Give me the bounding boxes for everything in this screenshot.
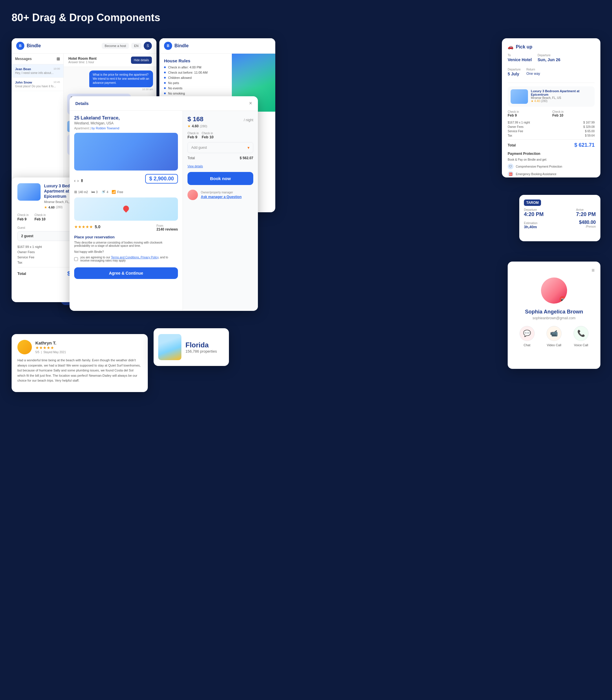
per-person-label: /Person <box>579 225 596 228</box>
agree-continue-button[interactable]: Agree & Continue <box>74 267 178 279</box>
terms-link[interactable]: Terms and Conditions, Privacy Policy <box>111 256 158 259</box>
total-label: Total <box>17 271 26 276</box>
rating-from-row: ★★★★★ 5.0 From 2140 reviews <box>74 224 178 231</box>
pets-rule: No pets <box>164 81 227 85</box>
review-text: Had a wonderful time being at the beach … <box>17 358 142 383</box>
video-call-action[interactable]: 📹 Video Call <box>546 326 561 347</box>
pickup-stars: ★ 4.40 (280) <box>531 99 592 103</box>
hr-brand: Bindle <box>175 43 189 49</box>
ask-manager-link[interactable]: Ask manager a Question <box>201 195 242 199</box>
hide-details-btn[interactable]: Hide details <box>131 56 152 64</box>
modal-close-button[interactable]: × <box>249 100 252 106</box>
chat-action-icon: 💬 <box>519 326 534 341</box>
florida-card[interactable]: Florida 156,786 properties <box>154 328 229 366</box>
flight-times-row: Departure 4:20 PM Arrive 7:20 PM <box>524 208 596 217</box>
become-host-btn[interactable]: Become a host <box>102 43 129 49</box>
to-label: To <box>508 54 532 57</box>
header-actions: Become a host EN S <box>102 42 152 50</box>
feature-size: ⊞ 140 m2 <box>74 190 88 194</box>
stars-icon: ★ <box>44 205 47 210</box>
camera-icon[interactable]: 📷 <box>559 296 566 302</box>
check-in-label: Check in <box>17 213 29 217</box>
modal-title: Details <box>75 101 89 106</box>
user-item-john[interactable]: John Snow 10:45 Great place! Do you have… <box>12 78 64 91</box>
apt-type: Apartment | by Robbin Towsend <box>74 126 178 130</box>
booking-modal: Details × 25 Lakeland Terrace, Westland,… <box>70 96 258 311</box>
house-rules-header: B Bindle <box>159 38 275 54</box>
reviewer-meta: 5/5 | Stayed May 2021 <box>36 351 66 354</box>
msg-time-1: 10:30 am <box>89 88 153 91</box>
profile-email: sophieanbrown@gmail.com <box>514 316 595 320</box>
book-now-button[interactable]: Book now <box>187 172 253 185</box>
menu-icon[interactable]: ≡ <box>592 267 595 273</box>
check-out-time: Check out before: 11:00 AM <box>168 71 208 74</box>
add-guest-button[interactable]: Add guest ▾ <box>187 142 253 153</box>
lang-btn[interactable]: EN <box>131 43 141 49</box>
filter-icon[interactable]: ⊞ <box>56 56 60 61</box>
pickup-tax-label: Tax <box>508 134 512 137</box>
photo-next-icon[interactable]: › <box>78 178 79 183</box>
flight-price: $480.00 <box>579 220 596 225</box>
modal-checkin-val: Feb 9 <box>187 135 199 139</box>
check-out-col: Check in Feb 10 <box>34 213 46 221</box>
pickup-date-value: 5 July <box>508 72 520 76</box>
pickup-divider <box>508 83 595 83</box>
check-in-time: Check in after: 4:00 PM <box>168 66 201 69</box>
user-item-jean[interactable]: Jean Bean 10:00 Hey, I need some info ab… <box>12 64 64 78</box>
florida-properties: 156,786 properties <box>185 349 217 353</box>
map-placeholder <box>74 198 178 221</box>
pickup-total-row: Total $ 621.71 <box>508 139 595 148</box>
terms-row: you are agreeing to our Terms and Condit… <box>74 256 178 262</box>
pickup-dates-row: Departure 5 July Return One way <box>508 68 595 79</box>
departure-value: Sun, Jun 26 <box>538 57 560 62</box>
photo-prev-icon[interactable]: ‹ <box>74 178 75 183</box>
modal-checkin-row: Check in Feb 9 Check in Feb 10 <box>187 132 253 139</box>
pickup-date-label: Departure <box>508 68 520 71</box>
chat-action[interactable]: 💬 Chat <box>519 326 534 347</box>
pickup-prop-location: Miramar Beach, FL, US <box>531 96 592 99</box>
pickup-owner-label: Owner Fees <box>508 125 523 129</box>
rule-dot-2 <box>164 72 166 73</box>
total-amount: $ 562.07 <box>240 156 253 160</box>
rule-dot-6 <box>164 93 166 94</box>
pickup-departure-field: Departure Sun, Jun 26 <box>538 54 560 62</box>
feature-baths: 🚿 4 <box>101 190 108 194</box>
pickup-price-rows: $167.99 x 1 night $ 167.99 Owner Fees $ … <box>508 121 595 137</box>
user-preview-john: Great place! Do you have it fo... <box>15 85 60 88</box>
guest-label: Guest <box>17 226 25 229</box>
reviewer-stars: ★★★★★ <box>36 345 66 350</box>
to-value: Venice Hotel <box>508 57 532 62</box>
no-pets: No pets <box>168 81 179 85</box>
voice-call-action[interactable]: 📞 Voice Call <box>573 326 588 347</box>
view-details-link[interactable]: View details <box>187 165 253 168</box>
brand-name: Bindle <box>27 43 41 49</box>
share-icon[interactable]: ⬆ <box>80 178 84 183</box>
estimation-value: 3h,40m <box>524 225 538 229</box>
from-count: 2140 reviews <box>156 227 178 231</box>
pickup-header-row: 🚗 Pick up <box>508 44 595 50</box>
pickup-checkin-label: Check in <box>508 110 550 113</box>
page-title: 80+ Drag & Drop Components <box>12 12 600 24</box>
pickup-property-card: Luxury 3 Bedroom Apartment at Epicentrum… <box>508 86 595 107</box>
pickup-service-val: $ 65.00 <box>585 130 595 133</box>
flight-header: TAROM <box>524 200 596 206</box>
per-night-label: / night <box>244 118 253 122</box>
pickup-service-row: Service Fee $ 65.00 <box>508 130 595 133</box>
payment-item-1-label: Comprehensive Payment Protection <box>516 165 562 168</box>
rule-dot <box>164 66 166 68</box>
terms-checkbox[interactable] <box>74 257 78 261</box>
modal-checkout-label: Check in <box>202 132 213 135</box>
return-value: One way <box>526 72 540 76</box>
owner-label: Owner/property manager <box>201 191 242 194</box>
pickup-prop-image <box>511 89 528 104</box>
user-avatar-icon[interactable]: S <box>144 42 152 50</box>
arrive-time: 7:20 PM <box>576 211 596 217</box>
user-time-jean: 10:00 <box>53 67 60 71</box>
rating-big: 5.0 <box>95 225 100 229</box>
pickup-total-label: Total <box>508 143 516 147</box>
children-rule: Children allowed <box>164 76 227 79</box>
pickup-checkin-cell: Check in Feb 9 <box>508 110 550 118</box>
apt-link[interactable]: by Robbin Towsend <box>92 126 120 130</box>
star-icon: ★★★★★ <box>74 225 93 229</box>
messages-sidebar-header: Messages ⊞ <box>12 54 64 64</box>
